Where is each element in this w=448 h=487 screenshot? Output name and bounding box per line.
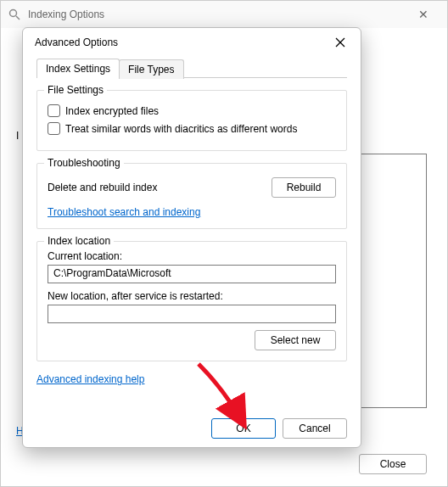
troubleshooting-legend: Troubleshooting [44,157,124,169]
index-encrypted-label: Index encrypted files [65,105,159,117]
index-encrypted-row: Index encrypted files [48,104,336,117]
rebuild-desc: Delete and rebuild index [48,182,157,193]
search-icon [8,8,21,21]
modal-close-button[interactable] [328,31,352,54]
rebuild-row: Delete and rebuild index Rebuild [48,177,336,198]
parent-side-label: I [16,130,19,142]
current-location-label: Current location: [48,250,336,262]
parent-close-button[interactable]: ✕ [406,8,440,21]
svg-point-0 [10,10,17,17]
svg-line-1 [16,16,20,20]
modal-footer: OK Cancel [211,418,347,439]
parent-close-btn[interactable]: Close [359,454,427,474]
tab-file-types[interactable]: File Types [119,59,183,79]
diacritics-checkbox[interactable] [48,122,60,135]
current-location-field[interactable]: C:\ProgramData\Microsoft [48,265,336,283]
tab-index-settings[interactable]: Index Settings [36,59,120,78]
index-location-group: Index location Current location: C:\Prog… [36,241,347,361]
file-settings-legend: File Settings [44,84,107,96]
index-encrypted-checkbox[interactable] [48,104,60,117]
select-new-button[interactable]: Select new [255,330,336,350]
diacritics-label: Treat similar words with diacritics as d… [65,123,297,135]
tab-strip: Index Settings File Types [36,59,347,78]
new-location-field[interactable] [48,305,336,323]
troubleshoot-link[interactable]: Troubleshoot search and indexing [48,206,200,218]
troubleshooting-group: Troubleshooting Delete and rebuild index… [36,163,347,229]
advanced-indexing-help-link[interactable]: Advanced indexing help [36,373,144,385]
diacritics-row: Treat similar words with diacritics as d… [48,122,336,135]
modal-title: Advanced Options [35,36,328,48]
index-location-legend: Index location [44,235,114,247]
modal-titlebar: Advanced Options [23,28,361,57]
rebuild-button[interactable]: Rebuild [272,177,336,198]
modal-body: Index Settings File Types File Settings … [23,59,361,361]
new-location-label: New location, after service is restarted… [48,290,336,302]
file-settings-group: File Settings Index encrypted files Trea… [36,90,347,151]
parent-title: Indexing Options [28,8,406,20]
parent-titlebar: Indexing Options ✕ [1,1,447,28]
cancel-button[interactable]: Cancel [283,418,347,439]
advanced-options-dialog: Advanced Options Index Settings File Typ… [22,27,361,448]
select-new-row: Select new [48,330,336,350]
ok-button[interactable]: OK [211,418,276,439]
